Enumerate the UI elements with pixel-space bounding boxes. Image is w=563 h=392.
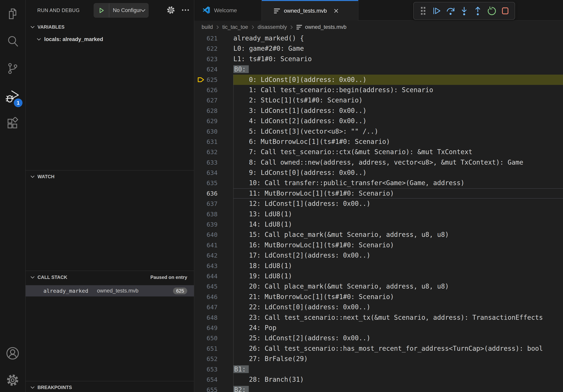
line-number[interactable]: 645 [194, 281, 233, 291]
code-line[interactable]: 64318: LdU8(1) [194, 261, 563, 271]
code-line[interactable]: 653B1: [194, 364, 563, 374]
line-content[interactable]: B0: [233, 64, 563, 74]
line-number[interactable]: 641 [194, 240, 233, 250]
line-number[interactable]: 646 [194, 292, 233, 302]
code-line[interactable]: 6261: Call test_scenario::begin(address)… [194, 85, 563, 95]
code-line[interactable]: 65227: BrFalse(29) [194, 354, 563, 364]
code-line[interactable]: 63510: Call transfer::public_transfer<Ga… [194, 178, 563, 188]
code-line[interactable]: 624B0: [194, 64, 563, 74]
line-number[interactable]: 634 [194, 168, 233, 178]
call-stack-frame[interactable]: already_marked owned_tests.mvb 625 [26, 285, 194, 297]
launch-configuration-dropdown[interactable]: No Configura [94, 3, 149, 18]
line-number[interactable]: 621 [194, 33, 233, 43]
line-number[interactable]: 633 [194, 157, 233, 168]
line-content[interactable]: 16: MutBorrowLoc[1](ts#1#0: Scenario) [233, 240, 563, 250]
line-content[interactable]: 24: Pop [233, 323, 563, 333]
line-number[interactable]: 653 [194, 364, 233, 374]
code-line[interactable]: 6283: LdConst[1](address: 0x00..) [194, 105, 563, 116]
code-line[interactable]: 6338: Call owned::new(address, address, … [194, 157, 563, 168]
breadcrumb-item[interactable]: build [202, 24, 213, 30]
code-line[interactable]: 64722: LdConst[0](address: 0x00..) [194, 302, 563, 312]
start-debugging-icon[interactable] [94, 3, 109, 17]
line-number[interactable]: 642 [194, 250, 233, 261]
line-content[interactable]: 21: MutBorrowLoc[1](ts#1#0: Scenario) [233, 292, 563, 302]
line-content[interactable]: 22: LdConst[0](address: 0x00..) [233, 302, 563, 312]
line-content[interactable]: B2: [233, 385, 563, 392]
code-line[interactable]: 655B2: [194, 385, 563, 392]
line-content[interactable]: L0: game#2#0: Game [233, 43, 563, 54]
source-control-icon[interactable] [0, 59, 25, 78]
close-tab-icon[interactable] [333, 8, 339, 14]
call-stack-section-header[interactable]: CALL STACK Paused on entry [26, 272, 194, 283]
line-number[interactable]: 630 [194, 126, 233, 137]
code-line[interactable]: 621already_marked() { [194, 33, 563, 43]
line-content[interactable]: 6: MutBorrowLoc[1](ts#1#0: Scenario) [233, 137, 563, 147]
line-content[interactable]: 28: Branch(31) [233, 374, 563, 385]
code-line[interactable]: 6316: MutBorrowLoc[1](ts#1#0: Scenario) [194, 137, 563, 147]
line-number[interactable]: 649 [194, 323, 233, 333]
line-content[interactable]: already_marked() { [233, 33, 563, 43]
line-content[interactable]: 17: LdConst[2](address: 0x00..) [233, 250, 563, 261]
continue-icon[interactable] [432, 6, 442, 16]
line-number[interactable]: 651 [194, 343, 233, 354]
line-number[interactable]: 626 [194, 85, 233, 95]
line-number[interactable]: 632 [194, 147, 233, 157]
code-line[interactable]: 63712: LdConst[1](address: 0x00..) [194, 198, 563, 209]
line-content[interactable]: 18: LdU8(1) [233, 261, 563, 271]
code-line[interactable]: 65025: LdConst[2](address: 0x00..) [194, 333, 563, 343]
line-content[interactable]: 0: LdConst[0](address: 0x00..) [233, 75, 563, 85]
code-line[interactable]: 6272: StLoc[1](ts#1#0: Scenario) [194, 95, 563, 105]
line-content[interactable]: B1: [233, 364, 563, 374]
line-number[interactable]: 638 [194, 209, 233, 219]
line-number[interactable]: 624 [194, 64, 233, 74]
variables-section-header[interactable]: VARIABLES [26, 22, 194, 32]
code-line[interactable]: 622L0: game#2#0: Game [194, 43, 563, 54]
line-content[interactable]: 20: Call place_mark(&mut Scenario, addre… [233, 281, 563, 291]
run-and-debug-icon[interactable]: 1 [0, 87, 25, 106]
line-number[interactable]: 647 [194, 302, 233, 312]
code-line[interactable]: 64116: MutBorrowLoc[1](ts#1#0: Scenario) [194, 240, 563, 250]
breadcrumb-item[interactable]: owned_tests.mvb [296, 24, 346, 30]
watch-section-header[interactable]: WATCH [26, 171, 194, 182]
line-content[interactable]: 13: LdU8(1) [233, 209, 563, 219]
code-line[interactable]: 63914: LdU8(1) [194, 219, 563, 230]
line-number[interactable]: 631 [194, 137, 233, 147]
variables-scope-locals[interactable]: locals: already_marked [26, 34, 194, 45]
stop-icon[interactable] [500, 6, 510, 16]
line-content[interactable]: 27: BrFalse(29) [233, 354, 563, 364]
step-into-icon[interactable] [459, 6, 469, 16]
line-content[interactable]: L1: ts#1#0: Scenario [233, 54, 563, 64]
line-number[interactable]: 629 [194, 116, 233, 126]
search-icon[interactable] [0, 32, 25, 51]
line-content[interactable]: 5: LdConst[3](vector<u8>: "" /..) [233, 126, 563, 137]
line-number[interactable]: 654 [194, 374, 233, 385]
line-content[interactable]: 19: LdU8(1) [233, 271, 563, 281]
code-line[interactable]: 64621: MutBorrowLoc[1](ts#1#0: Scenario) [194, 292, 563, 302]
code-line[interactable]: 64520: Call place_mark(&mut Scenario, ad… [194, 281, 563, 291]
line-number[interactable]: 652 [194, 354, 233, 364]
code-line[interactable]: 64217: LdConst[2](address: 0x00..) [194, 250, 563, 261]
debug-settings-gear-icon[interactable] [165, 4, 177, 16]
tab-welcome[interactable]: Welcome [194, 0, 262, 21]
line-content[interactable]: 25: LdConst[2](address: 0x00..) [233, 333, 563, 343]
line-content[interactable]: 23: Call test_scenario::next_tx(&mut Sce… [233, 313, 563, 323]
line-number[interactable]: 640 [194, 230, 233, 240]
line-number[interactable]: 650 [194, 333, 233, 343]
line-content[interactable]: 15: Call place_mark(&mut Scenario, addre… [233, 230, 563, 240]
line-content[interactable]: 14: LdU8(1) [233, 219, 563, 230]
code-line[interactable]: 65126: Call test_scenario::has_most_rece… [194, 343, 563, 354]
line-number[interactable]: 627 [194, 95, 233, 105]
line-content[interactable]: 2: StLoc[1](ts#1#0: Scenario) [233, 95, 563, 105]
code-line[interactable]: 64924: Pop [194, 323, 563, 333]
code-line[interactable]: 6327: Call test_scenario::ctx(&mut Scena… [194, 147, 563, 157]
code-line[interactable]: 64823: Call test_scenario::next_tx(&mut … [194, 313, 563, 323]
line-number[interactable]: 625 [194, 75, 233, 85]
line-content[interactable]: 1: Call test_scenario::begin(address): S… [233, 85, 563, 95]
line-number[interactable]: 644 [194, 271, 233, 281]
breadcrumb-item[interactable]: tic_tac_toe [222, 24, 248, 30]
code-line[interactable]: 64015: Call place_mark(&mut Scenario, ad… [194, 230, 563, 240]
account-icon[interactable] [0, 344, 25, 363]
line-content[interactable]: 7: Call test_scenario::ctx(&mut Scenario… [233, 147, 563, 157]
views-more-actions-icon[interactable] [180, 4, 191, 16]
line-number[interactable]: 622 [194, 43, 233, 54]
